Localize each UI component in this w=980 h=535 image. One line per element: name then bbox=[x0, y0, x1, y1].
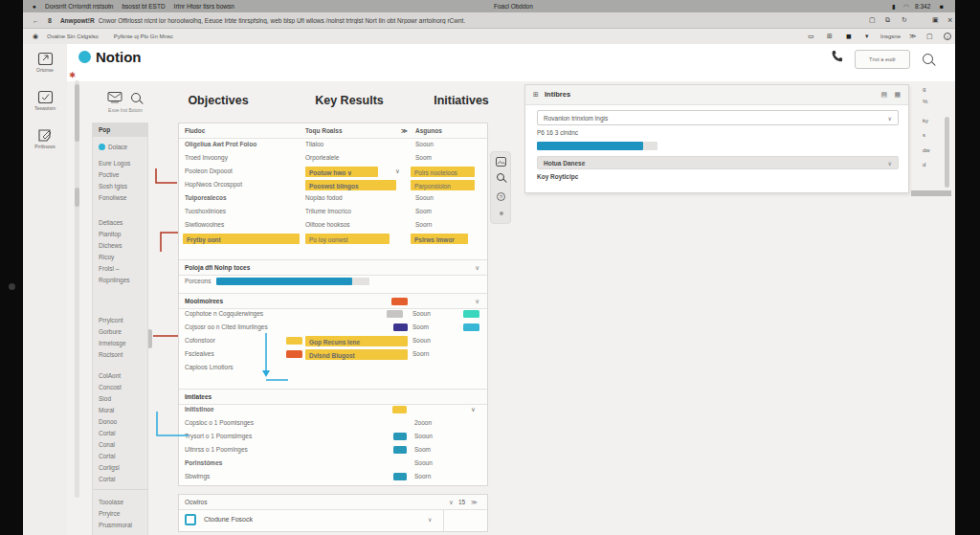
highlight-badge[interactable]: Dvlsnd Blugost bbox=[305, 349, 408, 360]
toolbar-search-icon[interactable] bbox=[131, 93, 141, 102]
zoom-icon[interactable] bbox=[497, 173, 504, 181]
info-icon[interactable]: i bbox=[944, 33, 951, 40]
navy-tag-icon[interactable] bbox=[393, 323, 408, 331]
chevron-down-icon[interactable]: ∨ bbox=[475, 294, 479, 308]
dot-icon[interactable] bbox=[500, 212, 503, 215]
table-row[interactable]: Siwtlowoolnes Oiltooe hooksos Soorn bbox=[179, 218, 487, 232]
teal-tag-icon[interactable] bbox=[393, 433, 407, 440]
status-dropdown[interactable]: Pootuw hwo ∨ bbox=[305, 167, 378, 177]
help-icon[interactable]: ? bbox=[497, 192, 505, 201]
cell-key-result[interactable]: Noplao fodod bbox=[305, 191, 343, 205]
sidebar-item[interactable]: Ropnlinges bbox=[93, 275, 147, 286]
sidebar-item[interactable]: Cortal bbox=[93, 474, 147, 485]
chevrons-icon[interactable]: ≫ bbox=[909, 33, 916, 40]
sidebar-item[interactable]: Donoo bbox=[93, 416, 147, 428]
initiatives-subheader[interactable]: Inltlstlnoe ∨ bbox=[179, 403, 487, 416]
table-row[interactable]: Troed Invoongy Orporlealele Soom bbox=[179, 151, 487, 165]
chevron-down-icon[interactable]: ∨ bbox=[449, 495, 454, 509]
chevron-down-icon[interactable]: ∨ bbox=[428, 513, 432, 526]
chevron-down-icon[interactable]: ∨ bbox=[395, 165, 400, 178]
table-row[interactable]: Oligeliua Awt Prot Foloo Tlialoo Sooun bbox=[179, 138, 487, 151]
bookmark-item[interactable]: Ovalne Sin Cslgslso bbox=[47, 33, 99, 39]
sidebar-item[interactable]: Sosh tgiss bbox=[93, 181, 147, 192]
progress-section-header[interactable]: Poloja dfi Nolnp toces ∨ bbox=[179, 259, 487, 276]
rail-item-outbox[interactable]: Ortonse bbox=[23, 52, 67, 73]
table-row[interactable]: Tuoshoxlinioes Trilume Imocrico Soom bbox=[179, 205, 487, 218]
milestone-label[interactable]: Fsclealves bbox=[185, 347, 214, 361]
status-badge[interactable]: Polrs nooteloos bbox=[411, 167, 475, 177]
apple-icon[interactable]: ● bbox=[33, 3, 36, 10]
orange-tag-icon[interactable] bbox=[286, 350, 302, 358]
window-icon[interactable]: ▢ bbox=[926, 33, 933, 40]
panel-dropdown[interactable]: Rovanlon trinxlom lngis ∨ bbox=[537, 110, 899, 125]
sidebar-item[interactable]: Fonoliwse bbox=[93, 192, 147, 204]
sidebar-item[interactable]: ColAont bbox=[93, 370, 147, 382]
cell-objective[interactable]: Tuiporealecos bbox=[185, 191, 227, 205]
table-row[interactable]: HopNwos Orcosppot Pooswst blingos Parpon… bbox=[179, 178, 487, 191]
cell-assignee[interactable]: Sooun bbox=[415, 138, 434, 151]
sidebar-item[interactable]: Tooolase bbox=[93, 497, 147, 508]
milestone-label[interactable]: Caploos Lmotlors bbox=[185, 361, 234, 374]
rows-view-icon[interactable]: ▤ bbox=[880, 85, 887, 104]
initiative-label[interactable]: Ultnrss o 1 Poornlnges bbox=[185, 443, 248, 457]
milestone-label[interactable]: Cojsosr oo n Clted Iimurlinges bbox=[185, 321, 268, 334]
milestone-row[interactable]: Cojsosr oo n Clted Iimurlinges Soom bbox=[179, 321, 487, 334]
sidebar-item[interactable]: Pianltop bbox=[93, 229, 147, 240]
rail-item-tasks[interactable]: Teswotsm bbox=[23, 90, 67, 111]
window-icon[interactable]: ▢ bbox=[869, 16, 876, 24]
bookmarks-label[interactable]: Insgsne bbox=[880, 33, 901, 39]
caret-down-icon[interactable]: ▾ bbox=[865, 33, 869, 40]
rail-item-notes[interactable]: Prrtbsoos bbox=[23, 128, 67, 149]
chevrons-icon[interactable]: ≫ bbox=[401, 123, 408, 138]
cell-key-result[interactable]: Oiltooe hooksos bbox=[305, 218, 350, 232]
sidebar-item[interactable]: Cortal bbox=[93, 451, 147, 462]
initiative-row[interactable]: Copsloc o 1 Poomlsnges 2ooon bbox=[179, 416, 487, 430]
cyan-tag-icon[interactable] bbox=[463, 323, 479, 331]
milestone-label[interactable]: Cofonstoor bbox=[185, 334, 215, 347]
sidebar-item[interactable]: Frolsl – bbox=[93, 263, 147, 275]
footer-empty-cell[interactable] bbox=[443, 509, 488, 532]
checkbox[interactable] bbox=[185, 514, 196, 525]
close-icon[interactable]: × bbox=[947, 15, 952, 25]
initiative-label[interactable]: Copsloc o 1 Poomlsnges bbox=[185, 416, 254, 430]
cell-objective[interactable]: HopNwos Orcosppot bbox=[185, 178, 242, 191]
sidebar-item[interactable]: Prusmmoral bbox=[93, 520, 147, 531]
reload-icon[interactable]: ↻ bbox=[902, 16, 907, 24]
milestone-row[interactable]: Fsclealves Dvlsnd Blugost Soorn bbox=[179, 347, 487, 361]
chevron-down-icon[interactable]: ∨ bbox=[475, 260, 479, 275]
highlight-badge[interactable]: Pslrws lmwor bbox=[411, 234, 468, 244]
url-highlight[interactable]: Anwpowt!R bbox=[60, 17, 95, 24]
highlight-badge[interactable]: Frytby oont bbox=[183, 234, 300, 244]
teal-tag-icon[interactable] bbox=[393, 446, 407, 454]
highlight-badge[interactable]: Gop Recuns Iene bbox=[305, 336, 408, 346]
milestone-label[interactable]: Cophotoe n Cogqulerwinges bbox=[185, 307, 263, 321]
page-scrollbar[interactable] bbox=[75, 80, 79, 498]
cell-assignee[interactable]: Soorn bbox=[415, 218, 432, 232]
menu-item[interactable]: Irtnr Htosr tlsrs bowsn bbox=[174, 3, 234, 10]
status-badge[interactable]: Parponslolon bbox=[411, 180, 475, 190]
table-row-highlighted[interactable]: Frytby oont Po loy oonwst Pslrws lmwor bbox=[179, 232, 487, 245]
sidebar-item[interactable]: Ricoy bbox=[93, 252, 147, 263]
table-row[interactable]: Pooleon Dxpooot Pootuw hwo ∨ ∨ Polrs noo… bbox=[179, 165, 487, 178]
cell-objective[interactable]: Siwtlowoolnes bbox=[185, 218, 224, 232]
initiative-row[interactable]: Ultnrss o 1 Poornlnges Soom bbox=[179, 443, 487, 457]
sidebar-item[interactable]: Siod bbox=[93, 393, 147, 405]
flag-icon[interactable]: ▣ bbox=[932, 16, 939, 24]
back-icon[interactable]: ← bbox=[33, 17, 39, 24]
sidebar-item[interactable]: Dichews bbox=[93, 240, 147, 252]
chevron-down-icon[interactable]: ∨ bbox=[471, 403, 476, 416]
sidebar-item[interactable]: Gorbure bbox=[93, 326, 147, 338]
initiative-row[interactable]: Porlnstómes Sooun bbox=[179, 457, 487, 470]
page-scrollbar-thumb[interactable] bbox=[75, 188, 79, 207]
profile-icon[interactable]: 8 bbox=[48, 17, 52, 24]
sidebar-item[interactable]: Poctive bbox=[93, 169, 147, 181]
sidebar-item[interactable]: Prryirce bbox=[93, 508, 147, 520]
sidebar-item[interactable]: Conal bbox=[93, 439, 147, 451]
footer-item-label[interactable]: Ctodune Fosock bbox=[204, 513, 253, 526]
orange-tag-icon[interactable] bbox=[391, 298, 408, 305]
sidebar-item[interactable]: Prrylcont bbox=[93, 315, 147, 326]
cell-assignee[interactable]: Soom bbox=[415, 205, 432, 218]
cell-key-result[interactable]: Tlialoo bbox=[305, 138, 323, 151]
grid-icon[interactable]: ⊞ bbox=[827, 33, 833, 40]
menu-item[interactable]: Doxsrrlt Crrlorrdt rrstsotn bbox=[45, 3, 114, 10]
